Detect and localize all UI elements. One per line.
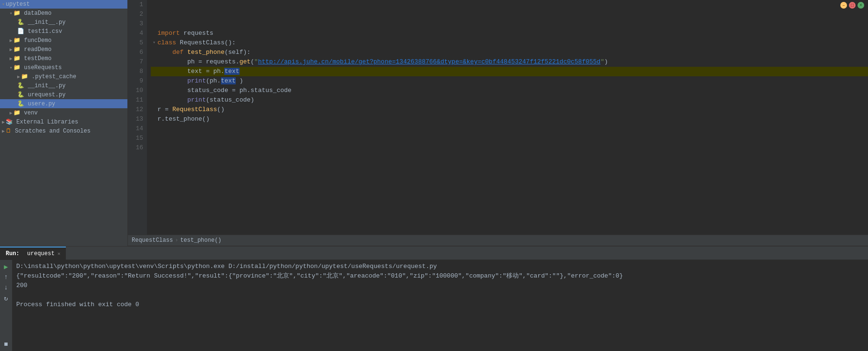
editor-area: 12345678910111213141516 import requests▾… (128, 0, 868, 246)
sidebar-label-usere.py: 🐍 usere.py (17, 100, 55, 107)
line-num-2: 2 (132, 10, 143, 19)
code-text-6: print(ph.text ) (157, 76, 243, 86)
code-line-7: status_code = ph.status_code (151, 86, 868, 95)
sidebar-item-upytest[interactable]: ▾ upytest (0, 0, 127, 9)
bottom-tab-bar: Run:urequest ✕ (0, 247, 868, 260)
code-line-1: import requests (151, 29, 868, 38)
sidebar-item-usere.py[interactable]: 🐍 usere.py (0, 99, 127, 108)
sidebar-item-.pytest_cache[interactable]: ▶📁 .pytest_cache (0, 72, 127, 81)
code-line-9: r = RequestClass() (151, 105, 868, 114)
code-content[interactable]: import requests▾class RequestClass(): de… (147, 0, 868, 235)
sidebar-item-useRequests[interactable]: ▾📁 useRequests (0, 63, 127, 72)
code-line-2: ▾class RequestClass(): (151, 38, 868, 48)
line-num-12: 12 (132, 105, 143, 114)
sidebar-label-funcDemo: 📁 funcDemo (13, 37, 52, 44)
sidebar-item-__init__2.py[interactable]: 🐍 __init__.py (0, 81, 127, 90)
sidebar-item-dataDemo[interactable]: ▾📁 dataDemo (0, 9, 127, 18)
tree-arrow-funcDemo: ▶ (10, 38, 12, 43)
sidebar-item-readDemo[interactable]: ▶📁 readDemo (0, 45, 127, 54)
code-text-5: text = ph.text (157, 67, 240, 76)
line-num-16: 16 (132, 143, 143, 153)
close-button[interactable]: □ (849, 2, 856, 9)
tree-arrow-External Libraries: ▶ (2, 119, 5, 125)
sidebar-item-testDemo[interactable]: ▶📁 testDemo (0, 54, 127, 63)
tree-arrow-.pytest_cache: ▶ (17, 74, 20, 80)
code-line-4: ph = requests.get("http://apis.juhe.cn/m… (151, 57, 868, 67)
bottom-content: ▶ ↑ ↓ ↻ ■ D:\install\python\python\upyte… (0, 260, 868, 351)
sidebar-label-urequest.py: 🐍 urequest.py (17, 91, 65, 98)
sidebar-label-test11.csv: 📄 test11.csv (17, 28, 62, 35)
fold-indicator-2[interactable]: ▾ (151, 38, 157, 48)
tree-arrow-readDemo: ▶ (10, 47, 12, 52)
code-line-13 (151, 143, 868, 153)
code-line-14 (151, 153, 868, 162)
line-num-7: 7 (132, 57, 143, 67)
code-line-16 (151, 172, 868, 181)
line-num-10: 10 (132, 86, 143, 95)
run-rerun-button[interactable]: ↻ (1, 293, 11, 303)
line-num-11: 11 (132, 95, 143, 105)
output-area: D:\install\python\python\upytest\venv\Sc… (12, 260, 868, 351)
breadcrumb: RequestClass › test_phone() (128, 235, 868, 246)
output-blank-line (16, 290, 864, 300)
sidebar-item-venv[interactable]: ▶📁 venv (0, 108, 127, 117)
run-up-button[interactable]: ↑ (1, 272, 11, 282)
file-tree-sidebar: ▾ upytest▾📁 dataDemo🐍 __init__.py📄 test1… (0, 0, 128, 246)
code-text-2: class RequestClass(): (157, 38, 236, 48)
line-num-5: 5 (132, 38, 143, 48)
breadcrumb-class: RequestClass (132, 237, 173, 244)
output-cmd-line: D:\install\python\python\upytest\venv\Sc… (16, 262, 864, 271)
line-num-3: 3 (132, 19, 143, 29)
line-num-15: 15 (132, 134, 143, 143)
sidebar-item-Scratches and Consoles[interactable]: ▶🗒 Scratches and Consoles (0, 126, 127, 135)
sidebar-label-.pytest_cache: 📁 .pytest_cache (21, 73, 76, 80)
tree-arrow-useRequests: ▾ (10, 65, 12, 71)
code-line-15 (151, 162, 868, 172)
sidebar-item-External Libraries[interactable]: ▶📚 External Libraries (0, 117, 127, 126)
sidebar-label-testDemo: 📁 testDemo (13, 55, 52, 62)
run-play-button[interactable]: ▶ (1, 262, 11, 271)
sidebar-item-__init__.py[interactable]: 🐍 __init__.py (0, 18, 127, 27)
line-num-4: 4 (132, 29, 143, 38)
breadcrumb-sep: › (175, 237, 178, 244)
line-num-14: 14 (132, 124, 143, 134)
breadcrumb-method: test_phone() (180, 237, 221, 244)
main-area: ▾ upytest▾📁 dataDemo🐍 __init__.py📄 test1… (0, 0, 868, 246)
code-line-10: r.test_phone() (151, 114, 868, 124)
line-numbers: 12345678910111213141516 (128, 0, 147, 235)
window-controls: – □ × (840, 2, 864, 9)
sidebar-label-__init__2.py: 🐍 __init__.py (17, 82, 65, 89)
code-text-8: print(status_code) (157, 95, 254, 105)
sidebar-item-test11.csv[interactable]: 📄 test11.csv (0, 27, 127, 36)
code-view: 12345678910111213141516 import requests▾… (128, 0, 868, 235)
tree-arrow-testDemo: ▶ (10, 56, 12, 62)
bottom-tab-urequest[interactable]: urequest ✕ (21, 247, 66, 260)
close-tab-icon[interactable]: ✕ (57, 251, 60, 257)
sidebar-label-External Libraries: 📚 External Libraries (6, 118, 78, 125)
code-line-6: print(ph.text ) (151, 76, 868, 86)
code-line-11 (151, 124, 868, 134)
sidebar-label-dataDemo: 📁 dataDemo (13, 10, 52, 17)
sidebar-label-Scratches and Consoles: 🗒 Scratches and Consoles (6, 127, 91, 134)
code-line-12 (151, 134, 868, 143)
output-finish-line: Process finished with exit code 0 (16, 300, 864, 310)
line-num-9: 9 (132, 76, 143, 86)
output-num-line: 200 (16, 281, 864, 290)
code-line-5: text = ph.text (151, 67, 868, 76)
sidebar-item-urequest.py[interactable]: 🐍 urequest.py (0, 90, 127, 99)
code-text-1: import requests (157, 29, 213, 38)
sidebar-label-__init__.py: 🐍 __init__.py (17, 19, 65, 26)
tree-arrow-Scratches and Consoles: ▶ (2, 128, 5, 134)
maximize-button[interactable]: × (858, 2, 864, 9)
bottom-tab-run-label: Run: (0, 247, 21, 260)
sidebar-label-useRequests: 📁 useRequests (13, 64, 62, 71)
sidebar-label-venv: 📁 venv (13, 109, 38, 116)
tree-arrow-venv: ▶ (10, 110, 12, 116)
line-num-6: 6 (132, 48, 143, 57)
run-toolbar: ▶ ↑ ↓ ↻ ■ (0, 260, 12, 351)
minimize-button[interactable]: – (840, 2, 847, 9)
sidebar-item-funcDemo[interactable]: ▶📁 funcDemo (0, 36, 127, 45)
run-down-button[interactable]: ↓ (1, 283, 11, 292)
code-line-3: def test_phone(self): (151, 48, 868, 57)
run-stop-button[interactable]: ■ (1, 340, 11, 349)
